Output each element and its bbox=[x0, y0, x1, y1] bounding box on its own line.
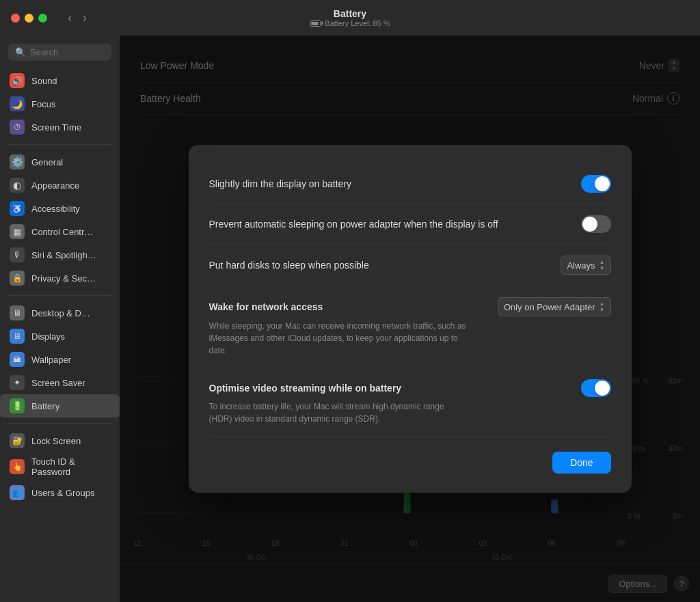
sidebar-item-wallpaper[interactable]: 🏔 Wallpaper bbox=[0, 348, 120, 371]
back-arrow[interactable]: ‹ bbox=[64, 10, 76, 27]
sidebar-label-siri: Siri & Spotligh… bbox=[31, 250, 96, 260]
network-access-label: Wake for network access bbox=[209, 301, 498, 312]
main-layout: 🔍 🔊 Sound 🌙 Focus ⏱ Screen Time ⚙️ Gener… bbox=[0, 36, 700, 602]
dim-display-toggle[interactable] bbox=[581, 175, 611, 193]
sidebar-label-users: Users & Groups bbox=[31, 488, 94, 498]
sidebar-label-accessibility: Accessibility bbox=[31, 204, 80, 214]
content-area: Low Power Mode Never ▲ ▼ Battery Health … bbox=[120, 36, 700, 602]
video-streaming-row: Optimise video streaming while on batter… bbox=[209, 379, 611, 397]
hard-disk-dropdown[interactable]: Always ▲ ▼ bbox=[561, 256, 610, 275]
sidebar-item-accessibility[interactable]: ♿ Accessibility bbox=[0, 197, 120, 220]
dim-display-toggle-knob bbox=[595, 176, 610, 191]
appearance-icon: ◐ bbox=[10, 178, 25, 193]
wallpaper-icon: 🏔 bbox=[10, 352, 25, 367]
focus-icon: 🌙 bbox=[10, 96, 25, 111]
desktop-icon: 🖥 bbox=[10, 305, 25, 320]
users-icon: 👥 bbox=[10, 485, 25, 500]
network-access-row: Wake for network access Only on Power Ad… bbox=[209, 297, 611, 316]
video-streaming-description: To increase battery life, your Mac will … bbox=[209, 400, 469, 425]
controlcenter-icon: ▦ bbox=[10, 224, 25, 239]
sidebar-item-battery[interactable]: 🔋 Battery bbox=[0, 394, 120, 418]
forward-arrow[interactable]: › bbox=[79, 10, 91, 27]
hard-disk-label: Put hard disks to sleep when possible bbox=[209, 260, 561, 271]
sidebar: 🔍 🔊 Sound 🌙 Focus ⏱ Screen Time ⚙️ Gener… bbox=[0, 36, 120, 602]
nav-arrows: ‹ › bbox=[64, 10, 91, 27]
sidebar-label-sound: Sound bbox=[31, 76, 57, 86]
sidebar-item-users[interactable]: 👥 Users & Groups bbox=[0, 481, 120, 504]
sidebar-item-focus[interactable]: 🌙 Focus bbox=[0, 92, 120, 115]
modal-section-network: Wake for network access Only on Power Ad… bbox=[209, 286, 611, 368]
battery-icon-small bbox=[310, 20, 321, 27]
window-subtitle: Battery Level: 85 % bbox=[310, 19, 390, 27]
sidebar-label-battery: Battery bbox=[31, 401, 59, 411]
sidebar-item-appearance[interactable]: ◐ Appearance bbox=[0, 174, 120, 197]
minimize-button[interactable] bbox=[25, 14, 33, 23]
sidebar-label-screensaver: Screen Saver bbox=[31, 378, 85, 388]
sidebar-label-lockscreen: Lock Screen bbox=[31, 436, 81, 446]
sidebar-item-sound[interactable]: 🔊 Sound bbox=[0, 69, 120, 92]
search-icon: 🔍 bbox=[15, 47, 26, 57]
sidebar-label-touchid: Touch ID & Password bbox=[31, 456, 110, 477]
sidebar-label-wallpaper: Wallpaper bbox=[31, 355, 71, 365]
general-icon: ⚙️ bbox=[10, 154, 25, 169]
network-access-description: While sleeping, your Mac can receive inc… bbox=[209, 320, 469, 357]
search-input[interactable] bbox=[30, 47, 105, 57]
sidebar-divider-1 bbox=[8, 144, 111, 145]
sidebar-label-appearance: Appearance bbox=[31, 180, 79, 191]
hard-disk-dropdown-arrows: ▲ ▼ bbox=[600, 259, 605, 271]
sidebar-label-displays: Displays bbox=[31, 331, 65, 342]
sound-icon: 🔊 bbox=[10, 73, 25, 88]
modal-section-dim: Slightly dim the display on battery bbox=[209, 164, 611, 204]
modal-section-video: Optimise video streaming while on batter… bbox=[209, 368, 611, 437]
sidebar-item-privacy[interactable]: 🔒 Privacy & Sec… bbox=[0, 266, 120, 290]
battery-options-modal: Slightly dim the display on battery Prev… bbox=[189, 145, 632, 493]
modal-footer: Done bbox=[209, 452, 611, 474]
prevent-sleep-label: Prevent automatic sleeping on power adap… bbox=[209, 219, 581, 230]
accessibility-icon: ♿ bbox=[10, 201, 25, 216]
network-access-dropdown-value: Only on Power Adapter bbox=[504, 302, 595, 312]
screentime-icon: ⏱ bbox=[10, 120, 25, 135]
sidebar-item-screentime[interactable]: ⏱ Screen Time bbox=[0, 115, 120, 139]
siri-icon: 🎙 bbox=[10, 247, 25, 262]
sidebar-label-controlcenter: Control Centr… bbox=[31, 227, 93, 237]
done-button[interactable]: Done bbox=[552, 452, 610, 474]
video-streaming-label: Optimise video streaming while on batter… bbox=[209, 383, 581, 394]
hard-disk-row: Put hard disks to sleep when possible Al… bbox=[209, 256, 611, 275]
privacy-icon: 🔒 bbox=[10, 271, 25, 286]
hard-disk-dropdown-value: Always bbox=[567, 260, 595, 271]
window-title: Battery bbox=[310, 8, 390, 19]
sidebar-divider-2 bbox=[8, 295, 111, 296]
lockscreen-icon: 🔐 bbox=[10, 433, 25, 448]
sidebar-label-screentime: Screen Time bbox=[31, 122, 81, 133]
video-streaming-toggle-knob bbox=[595, 381, 610, 396]
battery-sidebar-icon: 🔋 bbox=[10, 398, 25, 413]
sidebar-item-touchid[interactable]: 👆 Touch ID & Password bbox=[0, 452, 120, 481]
sidebar-item-screensaver[interactable]: ✦ Screen Saver bbox=[0, 371, 120, 394]
screensaver-icon: ✦ bbox=[10, 375, 25, 390]
modal-section-harddisk: Put hard disks to sleep when possible Al… bbox=[209, 245, 611, 286]
search-bar[interactable]: 🔍 bbox=[8, 44, 111, 61]
sidebar-item-general[interactable]: ⚙️ General bbox=[0, 150, 120, 174]
title-bar: ‹ › Battery Battery Level: 85 % bbox=[0, 0, 700, 36]
traffic-lights bbox=[11, 14, 47, 23]
network-access-dropdown-arrows: ▲ ▼ bbox=[600, 301, 605, 313]
maximize-button[interactable] bbox=[38, 14, 47, 23]
close-button[interactable] bbox=[11, 14, 20, 23]
modal-section-sleep: Prevent automatic sleeping on power adap… bbox=[209, 204, 611, 245]
video-streaming-toggle[interactable] bbox=[581, 379, 611, 397]
modal-overlay: Slightly dim the display on battery Prev… bbox=[120, 36, 700, 602]
sidebar-item-siri[interactable]: 🎙 Siri & Spotligh… bbox=[0, 243, 120, 266]
sidebar-label-desktop: Desktop & D… bbox=[31, 308, 90, 318]
touchid-icon: 👆 bbox=[10, 459, 25, 474]
dim-display-label: Slightly dim the display on battery bbox=[209, 178, 581, 189]
sidebar-item-displays[interactable]: 🖥 Displays bbox=[0, 325, 120, 348]
dim-display-row: Slightly dim the display on battery bbox=[209, 175, 611, 193]
window-title-area: Battery Battery Level: 85 % bbox=[310, 8, 390, 27]
prevent-sleep-row: Prevent automatic sleeping on power adap… bbox=[209, 215, 611, 233]
network-access-dropdown[interactable]: Only on Power Adapter ▲ ▼ bbox=[498, 297, 611, 316]
sidebar-item-controlcenter[interactable]: ▦ Control Centr… bbox=[0, 220, 120, 243]
sidebar-item-desktop[interactable]: 🖥 Desktop & D… bbox=[0, 301, 120, 325]
prevent-sleep-toggle[interactable] bbox=[581, 215, 611, 233]
sidebar-label-privacy: Privacy & Sec… bbox=[31, 273, 96, 284]
sidebar-item-lockscreen[interactable]: 🔐 Lock Screen bbox=[0, 429, 120, 452]
